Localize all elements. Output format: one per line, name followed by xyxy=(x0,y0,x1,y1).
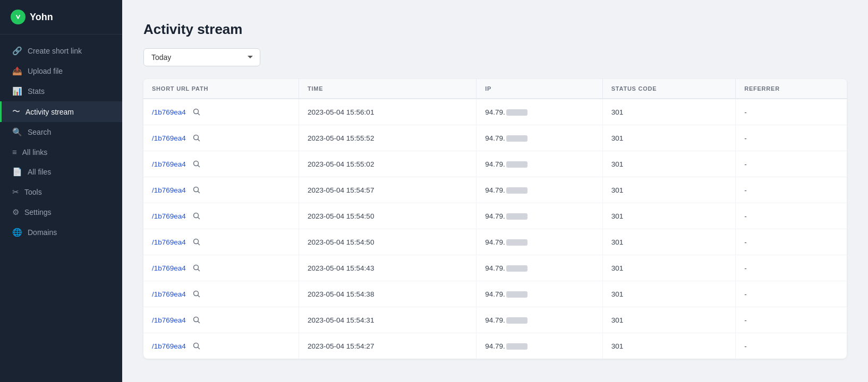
cell-ip: 94.79. xyxy=(476,229,603,255)
sidebar-item-stats[interactable]: 📊 Stats xyxy=(0,81,122,101)
ip-prefix: 94.79. xyxy=(485,342,505,350)
ip-blurred xyxy=(506,317,527,324)
cell-status-code: 301 xyxy=(602,125,735,151)
sidebar-nav: 🔗 Create short link 📤 Upload file 📊 Stat… xyxy=(0,34,122,382)
stats-icon: 📊 xyxy=(12,86,22,96)
ip-prefix: 94.79. xyxy=(485,316,505,324)
cell-status-code: 301 xyxy=(602,229,735,255)
sidebar-item-create-short[interactable]: 🔗 Create short link xyxy=(0,41,122,61)
table-body: /1b769ea4 2023-05-04 15:56:0194.79.301- … xyxy=(143,99,847,359)
cell-referrer: - xyxy=(736,333,847,359)
sidebar-item-search[interactable]: 🔍 Search xyxy=(0,122,122,142)
cell-status-code: 301 xyxy=(602,177,735,203)
cell-time: 2023-05-04 15:54:31 xyxy=(299,307,476,333)
url-path-text: /1b769ea4 xyxy=(152,212,186,220)
search-row-icon[interactable] xyxy=(190,210,203,222)
svg-line-10 xyxy=(198,218,199,219)
cell-short-url-path: /1b769ea4 xyxy=(143,333,299,359)
sidebar-item-all-files[interactable]: 📄 All files xyxy=(0,162,122,182)
search-row-icon[interactable] xyxy=(190,288,203,300)
file-icon: 📄 xyxy=(12,167,22,177)
col-header-status-code: STATUS CODE xyxy=(602,79,735,99)
search-row-icon[interactable] xyxy=(190,236,203,248)
ip-prefix: 94.79. xyxy=(485,160,505,168)
cell-status-code: 301 xyxy=(602,151,735,177)
svg-line-6 xyxy=(198,166,199,167)
cell-ip: 94.79. xyxy=(476,281,603,307)
cell-referrer: - xyxy=(736,203,847,229)
cell-ip: 94.79. xyxy=(476,99,603,125)
search-row-icon[interactable] xyxy=(190,132,203,144)
cell-time: 2023-05-04 15:54:27 xyxy=(299,333,476,359)
svg-line-4 xyxy=(198,140,199,141)
table-row: /1b769ea4 2023-05-04 15:54:5094.79.301- xyxy=(143,229,847,255)
cell-time: 2023-05-04 15:55:02 xyxy=(299,151,476,177)
sidebar-item-label: Stats xyxy=(28,87,45,96)
link-icon: 🔗 xyxy=(12,46,22,56)
cell-short-url-path: /1b769ea4 xyxy=(143,307,299,333)
cell-ip: 94.79. xyxy=(476,151,603,177)
sidebar-item-activity-stream[interactable]: 〜 Activity stream xyxy=(0,101,122,122)
col-header-referrer: REFERRER xyxy=(736,79,847,99)
cell-ip: 94.79. xyxy=(476,333,603,359)
cell-short-url-path: /1b769ea4 xyxy=(143,281,299,307)
col-header-ip: IP xyxy=(476,79,603,99)
search-row-icon[interactable] xyxy=(190,158,203,170)
settings-icon: ⚙ xyxy=(12,207,19,217)
url-path-text: /1b769ea4 xyxy=(152,134,186,142)
search-row-icon[interactable] xyxy=(190,340,203,352)
cell-ip: 94.79. xyxy=(476,125,603,151)
ip-blurred xyxy=(506,291,527,298)
logo-icon xyxy=(11,10,25,24)
svg-line-16 xyxy=(198,296,199,297)
table-row: /1b769ea4 2023-05-04 15:54:3894.79.301- xyxy=(143,281,847,307)
ip-blurred xyxy=(506,109,527,116)
url-path-text: /1b769ea4 xyxy=(152,108,186,116)
sidebar-item-upload-file[interactable]: 📤 Upload file xyxy=(0,61,122,81)
cell-referrer: - xyxy=(736,229,847,255)
svg-line-2 xyxy=(198,114,199,115)
search-row-icon[interactable] xyxy=(190,184,203,196)
sidebar-item-label: All files xyxy=(28,168,51,176)
cell-referrer: - xyxy=(736,281,847,307)
cell-ip: 94.79. xyxy=(476,255,603,281)
sidebar-item-tools[interactable]: ✂ Tools xyxy=(0,182,122,202)
search-icon: 🔍 xyxy=(12,127,22,137)
url-path-text: /1b769ea4 xyxy=(152,238,186,246)
cell-time: 2023-05-04 15:54:38 xyxy=(299,281,476,307)
cell-referrer: - xyxy=(736,151,847,177)
ip-blurred xyxy=(506,265,527,272)
search-row-icon[interactable] xyxy=(190,314,203,326)
table-header-row: SHORT URL PATH TIME IP STATUS CODE REFER… xyxy=(143,79,847,99)
sidebar-item-label: Activity stream xyxy=(25,108,74,116)
sidebar-item-domains[interactable]: 🌐 Domains xyxy=(0,222,122,242)
sidebar-item-label: Create short link xyxy=(28,47,82,55)
cell-short-url-path: /1b769ea4 xyxy=(143,99,299,125)
cell-short-url-path: /1b769ea4 xyxy=(143,125,299,151)
cell-time: 2023-05-04 15:56:01 xyxy=(299,99,476,125)
ip-blurred xyxy=(506,213,527,220)
sidebar-item-settings[interactable]: ⚙ Settings xyxy=(0,202,122,222)
cell-status-code: 301 xyxy=(602,203,735,229)
ip-blurred xyxy=(506,161,527,168)
ip-prefix: 94.79. xyxy=(485,186,505,194)
table-row: /1b769ea4 2023-05-04 15:54:4394.79.301- xyxy=(143,255,847,281)
sidebar-item-label: Search xyxy=(28,128,51,136)
table-row: /1b769ea4 2023-05-04 15:54:5794.79.301- xyxy=(143,177,847,203)
ip-prefix: 94.79. xyxy=(485,238,505,246)
table-row: /1b769ea4 2023-05-04 15:54:3194.79.301- xyxy=(143,307,847,333)
sidebar-item-all-links[interactable]: ≡ All links xyxy=(0,142,122,162)
search-row-icon[interactable] xyxy=(190,106,203,118)
url-path-text: /1b769ea4 xyxy=(152,160,186,168)
date-filter-select[interactable]: Today Yesterday Last 7 days Last 30 days xyxy=(143,48,260,66)
url-path-text: /1b769ea4 xyxy=(152,264,186,272)
search-row-icon[interactable] xyxy=(190,262,203,274)
main-content: Activity stream Today Yesterday Last 7 d… xyxy=(122,0,868,382)
list-icon: ≡ xyxy=(12,147,17,157)
cell-ip: 94.79. xyxy=(476,203,603,229)
cell-short-url-path: /1b769ea4 xyxy=(143,151,299,177)
ip-blurred xyxy=(506,135,527,142)
app-logo: Yohn xyxy=(0,0,122,34)
sidebar: Yohn 🔗 Create short link 📤 Upload file 📊… xyxy=(0,0,122,382)
sidebar-item-label: Settings xyxy=(24,208,52,216)
